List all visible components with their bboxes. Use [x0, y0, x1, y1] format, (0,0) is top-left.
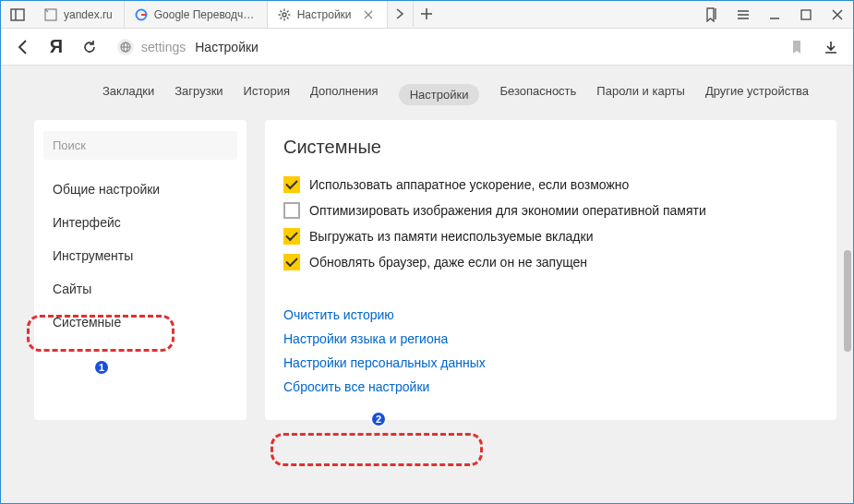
page-icon [43, 7, 58, 22]
tab-scroll-right-button[interactable] [388, 1, 414, 27]
reload-button[interactable] [77, 34, 102, 60]
tab-title: Google Переводчик - [154, 8, 256, 21]
panel-toggle-button[interactable] [5, 2, 30, 28]
back-button[interactable] [10, 34, 36, 60]
sidebar-item-general[interactable]: Общие настройки [34, 173, 247, 206]
yandex-home-button[interactable]: Я [43, 34, 69, 60]
checkbox-icon[interactable] [283, 202, 300, 219]
link-language-region[interactable]: Настройки языка и региона [283, 331, 818, 346]
url-title: Настройки [195, 40, 259, 54]
subnav-security[interactable]: Безопасность [499, 84, 576, 105]
subnav-history[interactable]: История [244, 84, 290, 105]
svg-line-9 [280, 10, 282, 12]
scrollbar-thumb[interactable] [844, 250, 851, 352]
window-close-button[interactable] [822, 2, 853, 28]
subnav-bookmarks[interactable]: Закладки [102, 84, 154, 105]
new-tab-button[interactable] [414, 1, 439, 27]
downloads-button[interactable] [818, 34, 844, 60]
subnav-passwords[interactable]: Пароли и карты [596, 84, 685, 105]
sidebar-item-sites[interactable]: Сайты [34, 272, 247, 306]
sidebar-item-system[interactable]: Системные [34, 306, 247, 339]
option-label: Использовать аппаратное ускорение, если … [309, 177, 629, 192]
tab-google-translate[interactable]: Google Переводчик - [125, 1, 268, 28]
menu-button[interactable] [728, 2, 759, 28]
tab-title: Настройки [297, 8, 352, 21]
google-icon [134, 7, 149, 22]
svg-rect-0 [11, 9, 24, 20]
checkbox-icon[interactable] [283, 176, 300, 193]
svg-line-10 [287, 17, 289, 18]
window-minimize-button[interactable] [759, 2, 790, 28]
sidebar-item-interface[interactable]: Интерфейс [34, 206, 247, 239]
settings-subnav: Закладки Загрузки История Дополнения Нас… [1, 66, 853, 120]
svg-rect-21 [801, 10, 811, 19]
option-label: Оптимизировать изображения для экономии … [309, 203, 706, 218]
action-links: Очистить историю Настройки языка и регио… [283, 307, 818, 394]
omnibox[interactable]: settings Настройки [110, 33, 811, 61]
svg-line-12 [280, 17, 282, 18]
option-label: Выгружать из памяти неиспользуемые вклад… [309, 229, 593, 244]
url-path: settings [141, 40, 186, 54]
link-reset-settings[interactable]: Сбросить все настройки [283, 379, 818, 394]
tab-title: yandex.ru [64, 8, 113, 21]
option-unload-tabs[interactable]: Выгружать из памяти неиспользуемые вклад… [283, 228, 818, 245]
subnav-addons[interactable]: Дополнения [310, 84, 379, 105]
titlebar: yandex.ru Google Переводчик - Настройки [1, 1, 853, 29]
tab-strip: yandex.ru Google Переводчик - Настройки [34, 1, 388, 28]
tab-settings[interactable]: Настройки [268, 1, 388, 28]
subnav-other-devices[interactable]: Другие устройства [705, 84, 809, 105]
window-maximize-button[interactable] [790, 2, 822, 28]
subnav-settings[interactable]: Настройки [399, 84, 480, 105]
option-optimize-images[interactable]: Оптимизировать изображения для экономии … [283, 202, 818, 219]
subnav-downloads[interactable]: Загрузки [174, 84, 223, 105]
site-identity-icon [117, 39, 134, 55]
gear-icon [277, 7, 292, 22]
settings-main: Системные Использовать аппаратное ускоре… [265, 120, 836, 420]
sidebar-item-tools[interactable]: Инструменты [34, 239, 247, 272]
sidebar-search[interactable]: Поиск [43, 131, 237, 160]
page-content: Закладки Загрузки История Дополнения Нас… [1, 66, 853, 503]
bookmarks-button[interactable] [696, 2, 728, 28]
address-bar: Я settings Настройки [1, 29, 853, 66]
bookmark-icon[interactable] [790, 40, 803, 54]
link-clear-history[interactable]: Очистить историю [283, 307, 818, 322]
link-personal-data[interactable]: Настройки персональных данных [283, 355, 818, 370]
svg-point-4 [283, 13, 286, 17]
section-heading: Системные [283, 137, 818, 158]
option-label: Обновлять браузер, даже если он не запущ… [309, 255, 587, 270]
svg-line-11 [287, 10, 289, 12]
checkbox-icon[interactable] [283, 254, 300, 270]
tab-yandex[interactable]: yandex.ru [34, 1, 125, 28]
settings-sidebar: Поиск Общие настройки Интерфейс Инструме… [34, 120, 247, 420]
close-icon[interactable] [361, 7, 376, 22]
option-hardware-accel[interactable]: Использовать аппаратное ускорение, если … [283, 176, 818, 193]
annotation-highlight-2 [271, 433, 483, 466]
option-update-background[interactable]: Обновлять браузер, даже если он не запущ… [283, 254, 818, 270]
checkbox-icon[interactable] [283, 228, 300, 245]
